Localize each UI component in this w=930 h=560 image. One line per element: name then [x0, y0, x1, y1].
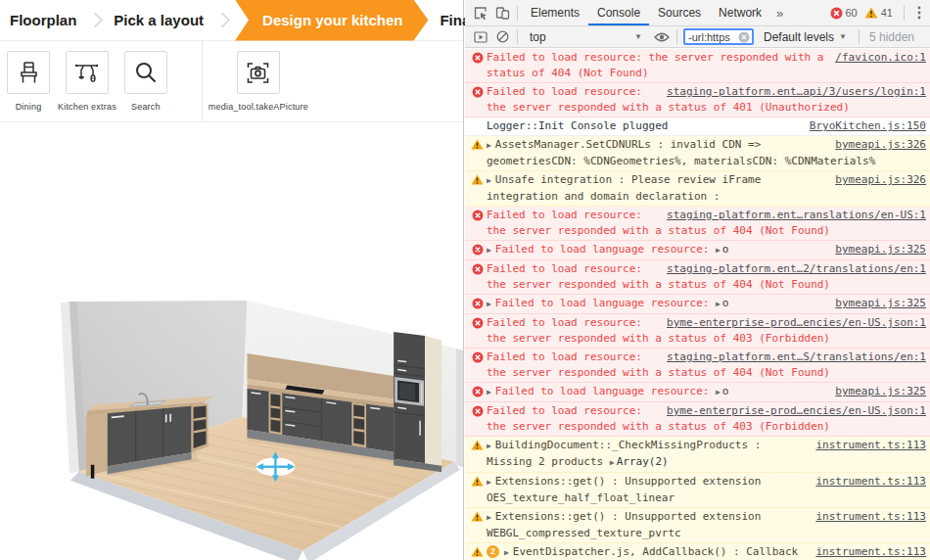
- more-options-icon[interactable]: [908, 3, 930, 23]
- camera-icon: [245, 60, 271, 86]
- cabinet-leg: [91, 465, 94, 479]
- error-icon: [471, 351, 484, 363]
- kitchen-planner-panel: Floorplan Pick a layout Design your kitc…: [0, 0, 464, 560]
- breadcrumb-step-design-your-kitchen[interactable]: Design your kitchen: [235, 0, 428, 41]
- tool-dining[interactable]: Dining: [7, 51, 50, 112]
- hidden-messages-count: 5 hidden: [863, 30, 920, 44]
- warning-icon: [471, 174, 484, 185]
- end-panel: [86, 413, 108, 476]
- log-levels-dropdown[interactable]: Default levels ▼: [756, 30, 855, 44]
- object-preview[interactable]: ▶Array(2): [610, 455, 669, 468]
- console-message: bymeapi.js:326▶Unsafe integration : Plea…: [465, 171, 930, 207]
- console-source-link[interactable]: /favicon.ico:1: [835, 50, 926, 66]
- device-toolbar-icon[interactable]: [491, 3, 513, 23]
- devtools-panel: Elements Console Sources Network » 60 41: [465, 0, 930, 560]
- warning-icon: [471, 546, 484, 557]
- tab-elements[interactable]: Elements: [522, 0, 588, 25]
- chevron-down-icon: ▼: [634, 32, 642, 41]
- expand-triangle-icon[interactable]: ▶: [487, 442, 491, 450]
- error-icon: [472, 263, 484, 275]
- console-source-link[interactable]: instrument.ts:113: [815, 509, 926, 525]
- kitchen-3d-viewport[interactable]: [0, 122, 464, 560]
- error-icon: [472, 244, 484, 256]
- object-preview[interactable]: ▶o: [716, 243, 728, 256]
- tall-oven-cabinet: [394, 332, 442, 472]
- tab-sources[interactable]: Sources: [649, 0, 710, 25]
- console-source-link[interactable]: bymeapi.js:325: [835, 296, 926, 311]
- warning-icon: [471, 174, 484, 185]
- error-icon: [472, 86, 484, 98]
- error-icon: [472, 52, 484, 64]
- console-log[interactable]: /favicon.ico:1Failed to load resource: t…: [465, 49, 930, 560]
- expand-triangle-icon[interactable]: ▶: [487, 246, 491, 255]
- warning-icon: [471, 476, 484, 487]
- expand-triangle-icon[interactable]: ▶: [487, 478, 491, 487]
- console-message: bymeapi.js:325▶Failed to load language r…: [465, 295, 930, 314]
- tool-take-a-picture[interactable]: media_tool.takeAPicture: [209, 51, 308, 112]
- console-source-link[interactable]: staging-platform.ent…S/translations/en:1: [667, 350, 926, 365]
- console-message: byme-enterprise-prod…encies/en-US.json:1…: [465, 402, 930, 437]
- tool-search[interactable]: Search: [124, 51, 167, 112]
- more-tabs-icon[interactable]: »: [770, 6, 789, 21]
- app-window: Floorplan Pick a layout Design your kitc…: [0, 0, 930, 560]
- console-source-link[interactable]: byme-enterprise-prod…encies/en-US.json:1: [667, 403, 926, 419]
- error-icon: [472, 298, 484, 309]
- catalog-toolbar: Dining Kitchen extras: [0, 41, 463, 122]
- expand-triangle-icon[interactable]: ▶: [487, 300, 491, 308]
- breadcrumb-separator-icon: [215, 13, 231, 28]
- console-source-link[interactable]: instrument.ts:113: [815, 474, 926, 490]
- repeat-count-badge: 2: [487, 545, 499, 558]
- tool-kitchen-extras[interactable]: Kitchen extras: [58, 51, 116, 112]
- object-preview[interactable]: ▶o: [716, 385, 728, 397]
- console-source-link[interactable]: staging-platform.ent…2/translations/en:1: [667, 261, 926, 277]
- console-source-link[interactable]: bymeapi.js:325: [835, 242, 926, 257]
- breadcrumb-step-floorplan[interactable]: Floorplan: [10, 12, 76, 28]
- console-source-link[interactable]: staging-platform.ent…ranslations/en-US:1: [667, 208, 926, 223]
- console-source-link[interactable]: byme-enterprise-prod…encies/en-US.json:1: [667, 315, 926, 331]
- clear-console-icon[interactable]: [491, 27, 513, 47]
- console-source-link[interactable]: staging-platform.ent…api/3/users/login:1: [667, 84, 926, 100]
- console-source-link[interactable]: BryoKitchen.js:150: [810, 118, 926, 134]
- execution-context-selector[interactable]: top ▼: [522, 30, 651, 44]
- show-console-sidebar-icon[interactable]: [470, 27, 491, 47]
- console-message: staging-platform.ent…2/translations/en:1…: [465, 260, 930, 295]
- error-icon: [471, 317, 484, 329]
- breadcrumb-separator-icon: [88, 13, 104, 28]
- tool-label: Dining: [16, 102, 42, 112]
- chevron-down-icon: ▼: [839, 32, 847, 41]
- warning-icon: [471, 476, 484, 487]
- clear-filter-icon[interactable]: [738, 31, 750, 43]
- console-source-link[interactable]: bymeapi.js:325: [835, 384, 926, 399]
- console-message: bymeapi.js:326▶AssetsManager.SetCDNURLs …: [465, 136, 930, 171]
- toolbar-divider: [202, 41, 203, 121]
- warning-count-badge[interactable]: 41: [864, 7, 900, 19]
- expand-triangle-icon[interactable]: ▶: [487, 388, 491, 397]
- console-source-link[interactable]: bymeapi.js:326: [835, 172, 926, 188]
- inspect-element-icon[interactable]: [470, 3, 491, 23]
- console-message: bymeapi.js:325▶Failed to load language r…: [465, 241, 930, 260]
- expand-triangle-icon[interactable]: ▶: [487, 513, 491, 522]
- console-source-link[interactable]: bymeapi.js:326: [835, 137, 926, 153]
- expand-triangle-icon[interactable]: ▶: [487, 141, 491, 150]
- open-shelves: [192, 403, 209, 452]
- tool-label: Kitchen extras: [58, 102, 116, 112]
- breadcrumb-step-pick-a-layout[interactable]: Pick a layout: [114, 12, 204, 28]
- error-icon: [471, 405, 484, 417]
- error-icon: [471, 86, 484, 98]
- console-source-link[interactable]: instrument.ts:113: [815, 438, 926, 453]
- console-message: staging-platform.ent…ranslations/en-US:1…: [465, 207, 930, 241]
- warning-icon: [471, 139, 484, 150]
- filter-input[interactable]: [688, 31, 738, 43]
- error-icon: [472, 405, 484, 417]
- error-count-badge[interactable]: 60: [830, 7, 864, 20]
- live-expression-icon[interactable]: [651, 27, 673, 47]
- expand-triangle-icon[interactable]: ▶: [504, 548, 509, 557]
- object-preview[interactable]: ▶o: [716, 297, 728, 309]
- console-source-link[interactable]: instrument.ts:113: [815, 544, 926, 560]
- warning-icon: [471, 546, 484, 557]
- expand-triangle-icon[interactable]: ▶: [487, 176, 491, 185]
- microwave: [395, 377, 424, 406]
- console-filter-box: [683, 28, 754, 45]
- tab-network[interactable]: Network: [710, 0, 770, 25]
- tab-console[interactable]: Console: [588, 0, 649, 25]
